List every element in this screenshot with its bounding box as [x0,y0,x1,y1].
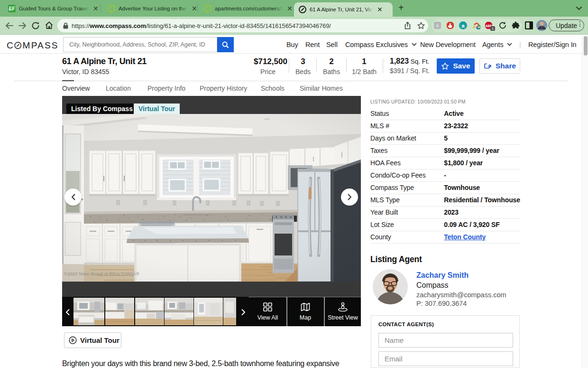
svg-text:ft: ft [436,23,439,28]
svg-text:a: a [461,23,465,28]
svg-text:1: 1 [492,27,494,31]
svg-text:EF: EF [9,6,16,11]
